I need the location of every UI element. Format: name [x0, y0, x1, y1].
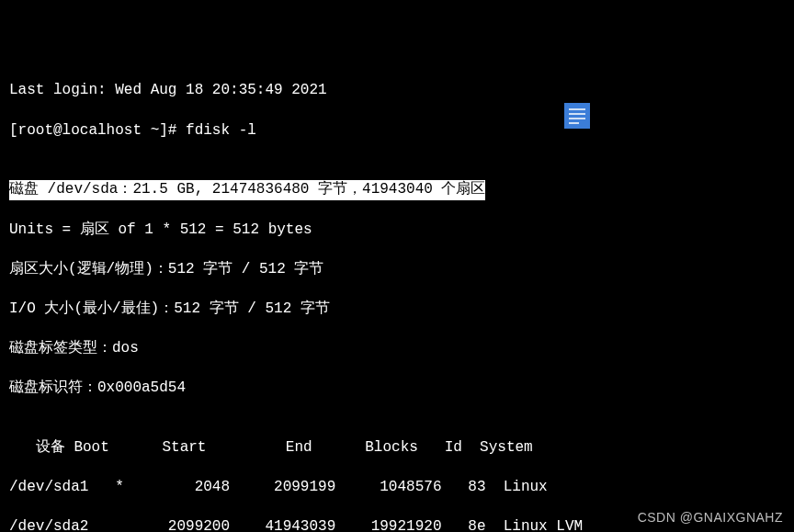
icon-line — [569, 122, 579, 124]
icon-line — [569, 118, 585, 119]
disk1-sector-size: 扇区大小(逻辑/物理)：512 字节 / 512 字节 — [9, 260, 785, 280]
document-icon[interactable] — [564, 103, 590, 129]
partition-table-header: 设备 Boot Start End Blocks Id System — [9, 438, 785, 458]
disk1-identifier: 磁盘标识符：0x000a5d54 — [9, 379, 785, 399]
icon-line — [569, 108, 585, 110]
disk1-label-type: 磁盘标签类型：dos — [9, 339, 785, 359]
disk1-units: Units = 扇区 of 1 * 512 = 512 bytes — [9, 221, 785, 241]
selected-text[interactable]: 磁盘 /dev/sda：21.5 GB, 21474836480 字节，4194… — [9, 180, 485, 200]
disk1-header: 磁盘 /dev/sda：21.5 GB, 21474836480 字节，4194… — [9, 180, 785, 200]
disk1-io-size: I/O 大小(最小/最佳)：512 字节 / 512 字节 — [9, 300, 785, 320]
prompt-line: [root@localhost ~]# fdisk -l — [9, 121, 785, 141]
icon-line — [569, 113, 585, 115]
watermark-text: CSDN @GNAIXGNAHZ — [638, 509, 783, 526]
login-info-line: Last login: Wed Aug 18 20:35:49 2021 — [9, 81, 785, 101]
table-row: /dev/sda1 * 2048 2099199 1048576 83 Linu… — [9, 478, 785, 498]
